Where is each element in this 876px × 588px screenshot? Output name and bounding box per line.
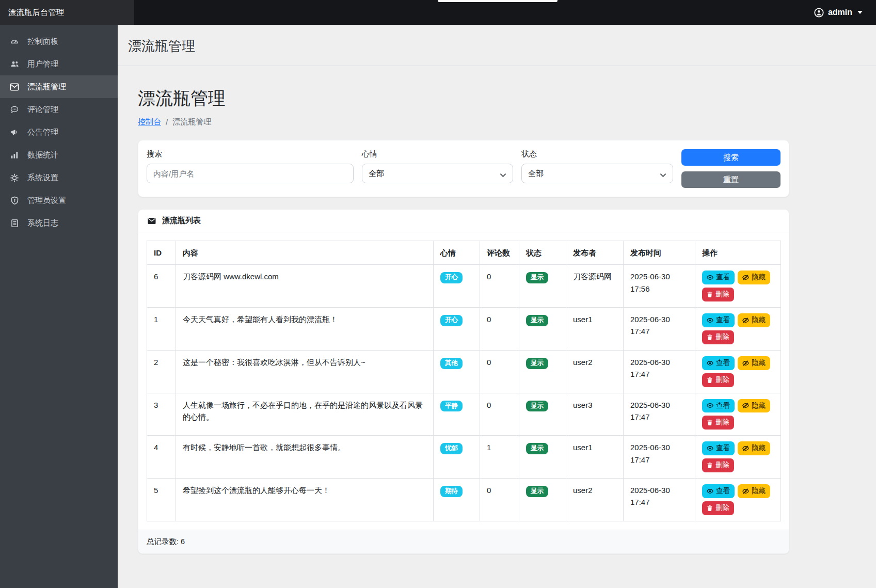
cell-time: 2025-06-30 17:47 — [624, 436, 695, 479]
hide-button[interactable]: 隐藏 — [738, 484, 770, 498]
view-button[interactable]: 查看 — [702, 313, 735, 327]
cell-time: 2025-06-30 17:47 — [624, 350, 695, 393]
cell-author: user2 — [566, 479, 624, 521]
view-button[interactable]: 查看 — [702, 271, 735, 284]
cell-comments: 0 — [480, 308, 519, 351]
cell-actions: 查看 隐藏 删除 — [695, 436, 781, 479]
hide-button[interactable]: 隐藏 — [738, 313, 770, 327]
cell-id: 2 — [147, 350, 176, 393]
envelope-icon — [9, 82, 20, 91]
cell-actions: 查看 隐藏 删除 — [695, 308, 781, 351]
cell-id: 5 — [147, 479, 176, 521]
cell-status: 显示 — [519, 479, 566, 521]
breadcrumb: 控制台 / 漂流瓶管理 — [138, 117, 789, 127]
delete-button[interactable]: 删除 — [702, 458, 734, 472]
breadcrumb-link-console[interactable]: 控制台 — [138, 117, 161, 127]
cell-time: 2025-06-30 17:47 — [624, 479, 695, 521]
hide-button[interactable]: 隐藏 — [738, 441, 770, 455]
hide-button[interactable]: 隐藏 — [738, 271, 770, 284]
status-badge: 显示 — [526, 486, 548, 497]
column-header: 发布时间 — [624, 241, 695, 265]
cell-actions: 查看 隐藏 删除 — [695, 479, 781, 521]
cell-comments: 0 — [480, 350, 519, 393]
main-content: 漂流瓶管理 漂流瓶管理 控制台 / 漂流瓶管理 搜索 心情 全部 — [118, 25, 876, 588]
cell-content: 人生就像一场旅行，不必在乎目的地，在乎的是沿途的风景以及看风景的心情。 — [176, 393, 434, 436]
view-button[interactable]: 查看 — [702, 356, 735, 370]
view-button[interactable]: 查看 — [702, 484, 735, 498]
user-menu[interactable]: admin — [814, 8, 863, 17]
status-badge: 显示 — [526, 401, 548, 412]
breadcrumb-separator: / — [166, 118, 168, 126]
user-circle-icon — [814, 8, 824, 17]
mood-label: 心情 — [362, 149, 513, 159]
delete-button[interactable]: 删除 — [702, 373, 734, 387]
cell-comments: 0 — [480, 479, 519, 521]
sidebar-item-6[interactable]: 数据统计 — [0, 144, 118, 166]
cell-content: 这是一个秘密：我很喜欢吃冰淇淋，但从不告诉别人~ — [176, 350, 434, 393]
browser-tab-artifact — [438, 0, 558, 2]
column-header: 发布者 — [566, 241, 624, 265]
cell-status: 显示 — [519, 436, 566, 479]
mood-badge: 开心 — [440, 315, 463, 326]
record-count: 总记录数: 6 — [138, 530, 789, 553]
search-input[interactable] — [147, 164, 354, 183]
sidebar-item-3[interactable]: 漂流瓶管理 — [0, 75, 118, 98]
cell-id: 4 — [147, 436, 176, 479]
cell-status: 显示 — [519, 308, 566, 351]
app-brand-label: 漂流瓶后台管理 — [8, 8, 65, 18]
table-row: 2 这是一个秘密：我很喜欢吃冰淇淋，但从不告诉别人~ 其他 0 显示 user2… — [147, 350, 781, 393]
cell-actions: 查看 隐藏 删除 — [695, 393, 781, 436]
cell-actions: 查看 隐藏 删除 — [695, 350, 781, 393]
cell-time: 2025-06-30 17:56 — [624, 265, 695, 308]
sidebar-item-8[interactable]: 管理员设置 — [0, 189, 118, 212]
sidebar-item-7[interactable]: 系统设置 — [0, 166, 118, 189]
hide-button[interactable]: 隐藏 — [738, 399, 770, 413]
card-title: 漂流瓶列表 — [162, 216, 201, 226]
dashboard-icon — [9, 37, 20, 46]
cell-status: 显示 — [519, 350, 566, 393]
delete-button[interactable]: 删除 — [702, 288, 734, 301]
delete-button[interactable]: 删除 — [702, 330, 734, 344]
mood-select[interactable]: 全部 — [362, 164, 513, 183]
envelope-icon — [147, 216, 157, 226]
table-row: 4 有时候，安静地听一首歌，就能想起很多事情。 忧郁 1 显示 user1 20… — [147, 436, 781, 479]
sidebar-item-1[interactable]: 控制面板 — [0, 30, 118, 53]
table-row: 1 今天天气真好，希望能有人看到我的漂流瓶！ 开心 0 显示 user1 202… — [147, 308, 781, 351]
table-row: 3 人生就像一场旅行，不必在乎目的地，在乎的是沿途的风景以及看风景的心情。 平静… — [147, 393, 781, 436]
mood-badge: 开心 — [440, 272, 463, 283]
view-button[interactable]: 查看 — [702, 441, 735, 455]
bottle-list-card: 漂流瓶列表 ID内容心情评论数状态发布者发布时间操作 6 刀客源码网 www.d… — [138, 209, 789, 554]
cell-status: 显示 — [519, 393, 566, 436]
sidebar-item-2[interactable]: 用户管理 — [0, 53, 118, 75]
status-label: 状态 — [521, 149, 673, 159]
sidebar: 控制面板 用户管理 漂流瓶管理 评论管理 公告管理 数据统计 系统设置 管理员设… — [0, 25, 118, 588]
status-select[interactable]: 全部 — [521, 164, 673, 183]
sidebar-item-4[interactable]: 评论管理 — [0, 98, 118, 121]
cell-author: user3 — [566, 393, 624, 436]
shield-icon — [9, 196, 20, 205]
reset-button[interactable]: 重置 — [681, 171, 781, 188]
content-header: 漂流瓶管理 — [118, 25, 876, 66]
cell-author: user2 — [566, 350, 624, 393]
cell-mood: 开心 — [434, 265, 480, 308]
cell-content: 刀客源码网 www.dkewl.com — [176, 265, 434, 308]
status-badge: 显示 — [526, 315, 548, 326]
chevron-down-icon — [857, 11, 863, 14]
cell-mood: 开心 — [434, 308, 480, 351]
column-header: 状态 — [519, 241, 566, 265]
sidebar-item-9[interactable]: 系统日志 — [0, 212, 118, 234]
delete-button[interactable]: 删除 — [702, 416, 734, 430]
cell-comments: 1 — [480, 436, 519, 479]
column-header: 操作 — [695, 241, 781, 265]
cell-id: 6 — [147, 265, 176, 308]
cell-author: 刀客源码网 — [566, 265, 624, 308]
view-button[interactable]: 查看 — [702, 399, 735, 413]
table-header-row: ID内容心情评论数状态发布者发布时间操作 — [147, 241, 781, 265]
search-button[interactable]: 搜索 — [681, 149, 781, 166]
search-label: 搜索 — [147, 149, 354, 159]
cell-id: 3 — [147, 393, 176, 436]
hide-button[interactable]: 隐藏 — [738, 356, 770, 370]
sidebar-item-5[interactable]: 公告管理 — [0, 121, 118, 144]
bottle-table: ID内容心情评论数状态发布者发布时间操作 6 刀客源码网 www.dkewl.c… — [147, 241, 781, 521]
delete-button[interactable]: 删除 — [702, 501, 734, 515]
